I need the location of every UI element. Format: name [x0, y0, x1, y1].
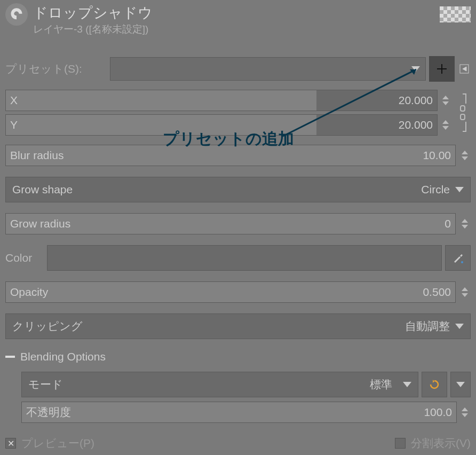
grow-radius-value: 0: [445, 217, 455, 230]
split-view-checkbox[interactable]: [395, 438, 406, 449]
mode-menu-button[interactable]: [450, 372, 471, 397]
x-value: 20.000: [399, 94, 437, 107]
opacity-slider[interactable]: Opacity 0.500: [5, 281, 456, 303]
clipping-label: クリッピング: [12, 319, 83, 334]
grow-radius-label: Grow radius: [6, 217, 70, 230]
blur-radius-value: 10.00: [423, 149, 455, 162]
blend-opacity-value: 100.0: [424, 406, 456, 419]
link-xy-button[interactable]: [455, 90, 471, 132]
add-preset-button[interactable]: [429, 56, 455, 82]
blend-opacity-label: 不透明度: [22, 405, 71, 420]
preset-label: プリセット(S):: [5, 61, 107, 76]
chevron-down-icon: [411, 66, 420, 72]
blend-mode-select[interactable]: モード 標準: [21, 372, 418, 397]
chevron-down-icon: [455, 324, 464, 329]
eyedropper-button[interactable]: [445, 245, 471, 271]
preset-menu-button[interactable]: [458, 62, 471, 75]
grow-shape-value: Circle: [421, 183, 450, 196]
app-icon: [5, 3, 28, 26]
opacity-value: 0.500: [423, 286, 455, 299]
chevron-down-icon: [456, 382, 465, 387]
reset-mode-button[interactable]: [422, 372, 447, 397]
opacity-label: Opacity: [6, 286, 48, 299]
grow-radius-spinner[interactable]: [459, 213, 471, 234]
preset-select[interactable]: [110, 57, 426, 81]
color-label: Color: [5, 252, 44, 264]
split-view-label: 分割表示(V): [411, 436, 471, 451]
svg-rect-4: [461, 114, 465, 120]
y-spinner[interactable]: [440, 114, 451, 136]
grow-shape-label: Grow shape: [12, 183, 73, 196]
y-label: Y: [6, 119, 18, 131]
svg-rect-3: [461, 106, 465, 111]
x-label: X: [6, 94, 18, 107]
dialog-title: ドロップシャドウ: [33, 3, 440, 22]
dialog-subtitle: レイヤー-3 ([名称未設定]): [33, 22, 440, 36]
preview-checkbox[interactable]: ✕: [5, 438, 16, 449]
color-swatch[interactable]: [47, 245, 442, 271]
blend-mode-label: モード: [28, 377, 63, 392]
grow-shape-select[interactable]: Grow shape Circle: [5, 177, 471, 202]
chevron-down-icon: [403, 382, 411, 387]
blend-opacity-spinner[interactable]: [459, 402, 471, 423]
y-value: 20.000: [399, 119, 437, 131]
blend-opacity-slider[interactable]: 不透明度 100.0: [21, 402, 457, 423]
x-slider[interactable]: X 20.000: [5, 90, 438, 111]
blending-section-title: Blending Options: [20, 350, 106, 363]
expander-icon[interactable]: [5, 356, 15, 358]
x-spinner[interactable]: [440, 90, 451, 111]
annotation-text: プリセットの追加: [163, 128, 294, 150]
clipping-value: 自動調整: [405, 319, 450, 334]
opacity-spinner[interactable]: [459, 281, 471, 303]
blur-radius-spinner[interactable]: [459, 145, 471, 166]
checkmark-icon: ✕: [7, 438, 14, 449]
grow-radius-slider[interactable]: Grow radius 0: [5, 213, 456, 234]
transparency-preview: [440, 6, 471, 22]
clipping-select[interactable]: クリッピング 自動調整: [5, 313, 471, 339]
blend-mode-value: 標準: [370, 377, 392, 392]
chevron-down-icon: [455, 187, 464, 192]
preview-label: プレビュー(P): [21, 436, 94, 451]
blur-radius-label: Blur radius: [6, 149, 64, 162]
svg-point-5: [461, 261, 463, 263]
